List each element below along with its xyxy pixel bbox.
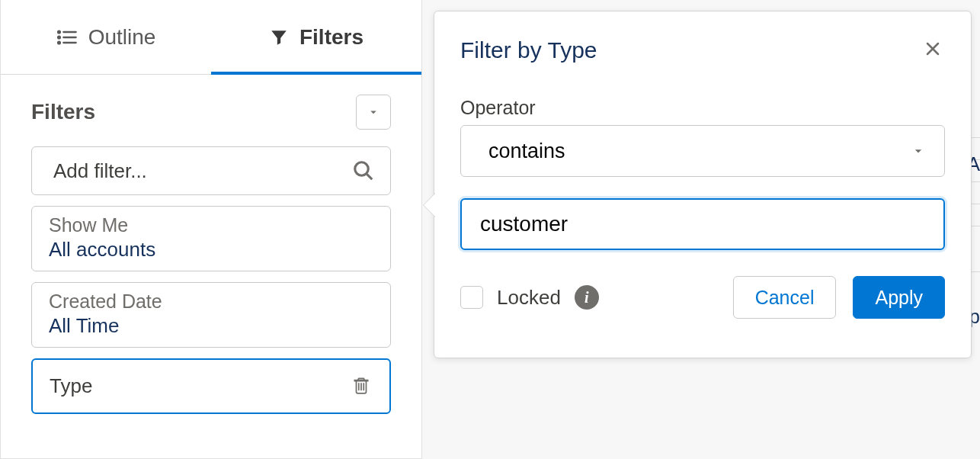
popover-arrow (424, 193, 436, 217)
tab-filters[interactable]: Filters (211, 0, 421, 74)
operator-value: contains (488, 140, 565, 163)
filter-value: All Time (49, 314, 373, 338)
filter-label: Show Me (49, 214, 373, 236)
locked-checkbox[interactable] (460, 286, 483, 309)
filters-sidebar: Outline Filters Filters Show Me All acco… (0, 0, 422, 459)
filter-value: All accounts (49, 238, 373, 262)
svg-point-4 (58, 36, 60, 38)
add-filter-input-wrap[interactable] (31, 146, 391, 195)
locked-label: Locked (497, 286, 561, 310)
filters-menu-button[interactable] (356, 95, 391, 130)
cancel-button[interactable]: Cancel (733, 276, 837, 319)
funnel-icon (269, 27, 289, 47)
tab-outline[interactable]: Outline (1, 0, 211, 74)
svg-point-5 (58, 41, 60, 43)
filter-value-input[interactable] (460, 198, 945, 250)
trash-icon (351, 375, 371, 395)
operator-label: Operator (460, 97, 945, 119)
svg-point-6 (355, 162, 369, 176)
sidebar-tabs: Outline Filters (1, 0, 421, 75)
filter-card-created-date[interactable]: Created Date All Time (31, 282, 391, 348)
operator-select[interactable]: contains (460, 125, 945, 177)
filter-card-type[interactable]: Type (31, 358, 391, 414)
close-button[interactable] (921, 34, 945, 66)
filter-label: Type (50, 374, 92, 398)
add-filter-input[interactable] (53, 159, 352, 183)
svg-line-7 (367, 174, 372, 179)
delete-filter-button[interactable] (348, 372, 374, 400)
filters-title: Filters (31, 100, 95, 124)
filter-popover: Filter by Type Operator contains Locked … (434, 11, 972, 358)
search-icon (352, 159, 375, 182)
chevron-down-icon (911, 143, 926, 159)
chevron-down-icon (367, 105, 380, 119)
tab-outline-label: Outline (88, 25, 156, 50)
popover-title: Filter by Type (460, 37, 597, 63)
outline-icon (56, 27, 78, 48)
apply-button[interactable]: Apply (853, 276, 945, 319)
filter-label: Created Date (49, 290, 373, 313)
svg-point-3 (58, 30, 60, 33)
close-icon (924, 40, 942, 58)
tab-filters-label: Filters (299, 25, 363, 50)
filter-card-show-me[interactable]: Show Me All accounts (31, 206, 391, 271)
info-icon[interactable]: i (575, 285, 599, 310)
